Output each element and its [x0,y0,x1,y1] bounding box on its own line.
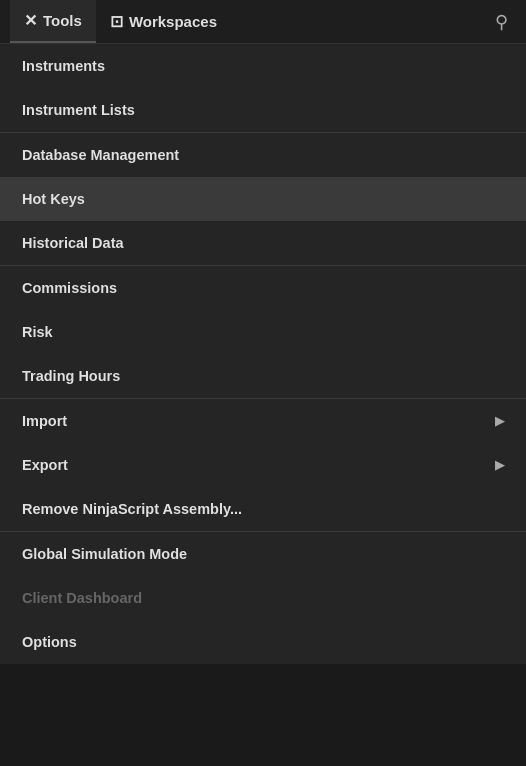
submenu-arrow-icon: ▶ [495,414,504,428]
menu-item-label-global-simulation: Global Simulation Mode [22,546,187,562]
menu-item-label-export: Export [22,457,68,473]
menu-item-label-instruments: Instruments [22,58,105,74]
menu-item-label-historical-data: Historical Data [22,235,124,251]
tools-menu-tab[interactable]: ✕ Tools [10,0,96,43]
menu-item-hot-keys[interactable]: Hot Keys [0,177,526,221]
tools-icon: ✕ [24,11,37,30]
menu-item-instruments[interactable]: Instruments [0,44,526,88]
menu-item-label-remove-ninjascript: Remove NinjaScript Assembly... [22,501,242,517]
submenu-arrow-icon: ▶ [495,458,504,472]
menu-item-label-commissions: Commissions [22,280,117,296]
menu-item-import[interactable]: Import▶ [0,399,526,443]
tools-label: Tools [43,12,82,29]
menu-item-export[interactable]: Export▶ [0,443,526,487]
menu-item-commissions[interactable]: Commissions [0,266,526,310]
menu-item-risk[interactable]: Risk [0,310,526,354]
menu-item-label-options: Options [22,634,77,650]
menu-item-remove-ninjascript[interactable]: Remove NinjaScript Assembly... [0,487,526,531]
menu-item-label-trading-hours: Trading Hours [22,368,120,384]
workspaces-menu-tab[interactable]: ⊡ Workspaces [96,0,231,43]
menu-item-label-database-management: Database Management [22,147,179,163]
menu-item-label-import: Import [22,413,67,429]
menu-item-label-risk: Risk [22,324,53,340]
menu-item-trading-hours[interactable]: Trading Hours [0,354,526,398]
menu-item-label-instrument-lists: Instrument Lists [22,102,135,118]
menu-item-label-hot-keys: Hot Keys [22,191,85,207]
menu-item-database-management[interactable]: Database Management [0,133,526,177]
workspaces-icon: ⊡ [110,12,123,31]
menu-item-instrument-lists[interactable]: Instrument Lists [0,88,526,132]
pin-icon[interactable]: ⚲ [487,11,516,33]
title-bar: ✕ Tools ⊡ Workspaces ⚲ [0,0,526,44]
workspaces-label: Workspaces [129,13,217,30]
menu-item-options[interactable]: Options [0,620,526,664]
menu-item-client-dashboard: Client Dashboard [0,576,526,620]
tools-menu: InstrumentsInstrument ListsDatabase Mana… [0,44,526,664]
menu-item-historical-data[interactable]: Historical Data [0,221,526,265]
menu-item-label-client-dashboard: Client Dashboard [22,590,142,606]
menu-item-global-simulation[interactable]: Global Simulation Mode [0,532,526,576]
